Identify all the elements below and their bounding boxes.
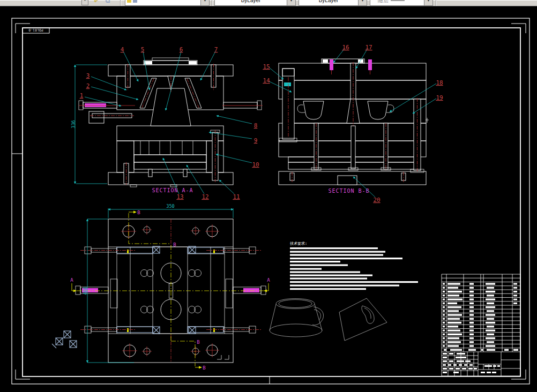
section-b-title: SECTION B-B — [328, 188, 369, 194]
layer-combo-arrow[interactable]: ▼ — [200, 0, 209, 5]
part-label-3[interactable]: 3 — [86, 72, 90, 79]
marker-b-bottom: B — [203, 365, 205, 371]
crossed-block — [153, 246, 160, 253]
side-bolts — [76, 247, 266, 333]
section-line-b — [129, 211, 202, 369]
dim-350-text: 350 — [166, 203, 174, 209]
layer-freeze-icon — [133, 0, 137, 3]
toolbar-flyout-arrow[interactable]: ▼ — [81, 0, 88, 5]
part-label-6[interactable]: 6 — [180, 46, 183, 53]
section-a-title: SECTION A-A — [152, 187, 193, 193]
dim-350: 350 — [108, 203, 233, 218]
linetype-combo-arrow[interactable]: ▼ — [358, 0, 367, 5]
make-object-layer-current-icon[interactable]: ✐ — [91, 0, 102, 5]
part-label-9[interactable]: 9 — [254, 137, 258, 144]
linetype-combo-value: ByLayer — [299, 0, 358, 5]
plan-view: A A B B B B 350 400 — [70, 203, 270, 371]
color-combo-arrow[interactable]: ▼ — [287, 0, 295, 5]
layer-on-icon — [127, 0, 131, 3]
marker-a-right: A — [267, 277, 270, 283]
part-label-10[interactable]: 10 — [252, 161, 259, 168]
part-label-1[interactable]: 1 — [80, 92, 84, 99]
part-label-4[interactable]: 4 — [121, 46, 124, 53]
part-label-7[interactable]: 7 — [214, 46, 218, 53]
part-label-12[interactable]: 12 — [202, 193, 208, 200]
part-label-13[interactable]: 13 — [176, 193, 183, 200]
mug-flat-view — [339, 298, 387, 341]
part-label-5[interactable]: 5 — [141, 46, 145, 53]
dim-336-text: 336 — [71, 120, 76, 128]
selected-rail-bars — [117, 246, 223, 334]
marker-b-low: B — [197, 340, 199, 345]
toolbar-separator — [436, 0, 436, 6]
part-label-14[interactable]: 14 — [263, 77, 270, 84]
marker-b-top: B — [137, 210, 140, 215]
toolbar-separator — [212, 0, 212, 6]
lineweight-combo-arrow: ▼ — [424, 0, 432, 5]
color-combo[interactable]: ByLayer ▼ — [214, 0, 296, 6]
color-combo-value: ByLayer — [215, 0, 287, 5]
selection-grips[interactable] — [52, 331, 77, 348]
part-label-2[interactable]: 2 — [86, 82, 90, 89]
linetype-combo[interactable]: ByLayer ▼ — [299, 0, 367, 6]
section-b-view: SECTION B-B — [279, 59, 429, 194]
lineweight-combo-value: 随层 — [370, 0, 389, 5]
part-label-18[interactable]: 18 — [436, 79, 443, 86]
part-label-8[interactable]: 8 — [254, 122, 258, 129]
guide-holes — [121, 224, 219, 358]
part-label-19[interactable]: 19 — [436, 94, 443, 101]
tech-notes-title: 技术要求: — [289, 242, 307, 246]
part-label-17[interactable]: 17 — [365, 44, 372, 51]
mug-iso-view — [270, 299, 324, 337]
lineweight-sample — [391, 0, 405, 1]
title-block — [442, 274, 520, 376]
marker-a-left: A — [70, 277, 73, 283]
dim-400-text: 400 — [83, 287, 88, 295]
tech-notes: 技术要求: — [289, 242, 418, 290]
toolbar-separator — [120, 0, 121, 6]
lineweight-combo: 随层 ▼ — [370, 0, 433, 6]
drawing-canvas[interactable]: PDL01-0 336 SE — [0, 6, 537, 392]
layer-combo[interactable]: ▼ — [125, 0, 210, 6]
part-label-20[interactable]: 20 — [373, 197, 380, 203]
toolbar: ▼ ✐ ⧉ ▼ ByLayer ▼ ByLayer ▼ 随层 ▼ — [0, 0, 537, 6]
section-a-view: 336 SECTION A-A — [71, 58, 263, 193]
stamp-box: PDL01-0 — [23, 28, 49, 33]
part-label-11[interactable]: 11 — [233, 193, 240, 200]
layer-previous-icon[interactable]: ⧉ — [102, 0, 113, 5]
part-label-15[interactable]: 15 — [263, 63, 270, 70]
part-label-16[interactable]: 16 — [342, 44, 349, 51]
part-labels: 1 2 3 4 5 6 7 8 9 10 11 12 13 14 15 16 1… — [80, 44, 443, 203]
marker-b-mid: B — [173, 242, 176, 247]
crossed-block — [153, 327, 160, 334]
stamp-text: PDL01-0 — [28, 28, 43, 32]
